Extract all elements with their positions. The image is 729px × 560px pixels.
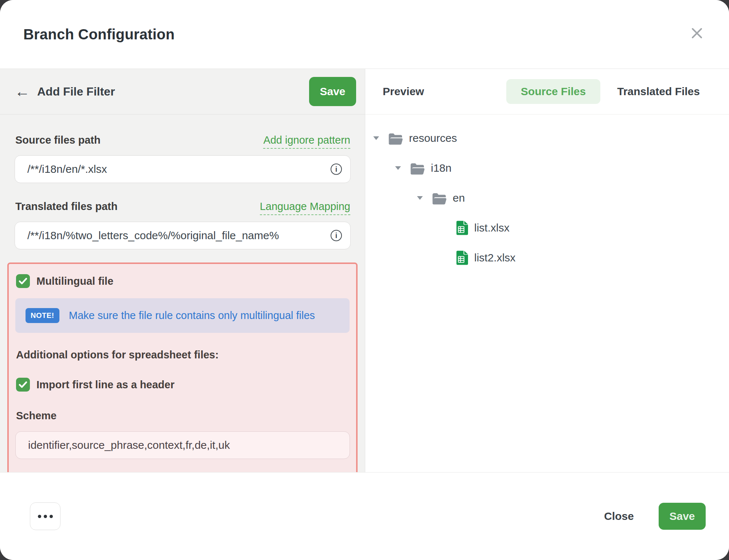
close-icon xyxy=(691,27,703,39)
scheme-label: Scheme xyxy=(16,410,350,422)
file-filter-header: ← Add File Filter Save xyxy=(0,69,365,114)
add-ignore-pattern-link[interactable]: Add ignore pattern xyxy=(263,134,350,149)
tab-source-files[interactable]: Source Files xyxy=(506,79,600,104)
file-tree: resources i18n en xyxy=(365,114,729,273)
import-header-checkbox-row: Import first line as a header xyxy=(16,378,350,392)
filter-save-button[interactable]: Save xyxy=(309,77,356,106)
multilingual-note: NOTE! Make sure the file rule contains o… xyxy=(15,298,350,333)
tree-row-list2-xlsx[interactable]: list2.xlsx xyxy=(373,243,729,273)
spreadsheet-options-heading: Additional options for spreadsheet files… xyxy=(16,349,350,361)
caret-down-icon[interactable] xyxy=(417,196,423,200)
source-path-row: Source files path Add ignore pattern xyxy=(15,134,350,149)
spreadsheet-file-icon xyxy=(456,221,468,235)
translated-path-row: Translated files path Language Mapping xyxy=(15,201,350,215)
tree-row-list-xlsx[interactable]: list.xlsx xyxy=(373,213,729,243)
dialog-save-button[interactable]: Save xyxy=(659,503,706,530)
close-button[interactable]: Close xyxy=(602,510,636,523)
folder-icon xyxy=(388,132,403,145)
more-options-button[interactable] xyxy=(30,502,61,530)
multilingual-checkbox-row: Multilingual file xyxy=(16,274,350,288)
tree-label: list.xlsx xyxy=(474,222,510,234)
language-mapping-link[interactable]: Language Mapping xyxy=(260,201,350,215)
preview-title: Preview xyxy=(383,85,424,98)
dialog-footer: Close Save xyxy=(0,472,729,560)
multilingual-highlight-section: Multilingual file NOTE! Make sure the fi… xyxy=(7,262,358,475)
tree-label: resources xyxy=(409,132,457,144)
caret-down-icon[interactable] xyxy=(373,136,379,140)
checkmark-icon xyxy=(19,277,27,285)
note-badge: NOTE! xyxy=(26,308,59,323)
close-icon[interactable] xyxy=(688,26,706,43)
preview-header: Preview Source Files Translated Files xyxy=(365,69,729,114)
panel-title: Add File Filter xyxy=(37,85,309,98)
import-header-checkbox[interactable] xyxy=(16,378,30,392)
multilingual-checkbox-label: Multilingual file xyxy=(36,275,113,287)
folder-icon xyxy=(410,162,425,175)
note-text: Make sure the file rule contains only mu… xyxy=(69,310,315,322)
preview-panel: Preview Source Files Translated Files re… xyxy=(365,69,729,472)
folder-icon xyxy=(432,191,447,205)
scheme-input[interactable] xyxy=(15,431,350,459)
dialog-title: Branch Configuration xyxy=(23,26,175,43)
tab-translated-files[interactable]: Translated Files xyxy=(617,85,700,98)
import-header-checkbox-label: Import first line as a header xyxy=(36,379,175,391)
file-filter-form: Source files path Add ignore pattern i T… xyxy=(0,114,365,475)
ellipsis-icon xyxy=(38,515,53,518)
multilingual-checkbox[interactable] xyxy=(16,274,30,288)
info-icon[interactable]: i xyxy=(331,164,342,175)
dialog-body: ← Add File Filter Save Source files path… xyxy=(0,69,729,472)
translated-path-input-wrap: i xyxy=(15,222,351,249)
dialog-header: Branch Configuration xyxy=(0,0,729,69)
branch-configuration-dialog: Branch Configuration ← Add File Filter S… xyxy=(0,0,729,560)
tree-label: list2.xlsx xyxy=(474,252,515,264)
source-path-input-wrap: i xyxy=(15,155,351,183)
spreadsheet-file-icon xyxy=(456,250,468,265)
back-arrow-icon[interactable]: ← xyxy=(15,84,36,99)
caret-down-icon[interactable] xyxy=(395,166,401,170)
translated-path-label: Translated files path xyxy=(15,201,117,213)
source-path-label: Source files path xyxy=(15,134,101,146)
checkmark-icon xyxy=(19,381,27,388)
info-icon[interactable]: i xyxy=(331,230,342,241)
tree-row-i18n[interactable]: i18n xyxy=(373,153,729,183)
file-filter-panel: ← Add File Filter Save Source files path… xyxy=(0,69,365,472)
tree-row-resources[interactable]: resources xyxy=(373,123,729,153)
translated-path-input[interactable] xyxy=(15,222,351,249)
source-path-input[interactable] xyxy=(15,155,351,183)
tree-label: en xyxy=(453,192,465,204)
tree-label: i18n xyxy=(431,162,452,174)
tree-row-en[interactable]: en xyxy=(373,183,729,213)
